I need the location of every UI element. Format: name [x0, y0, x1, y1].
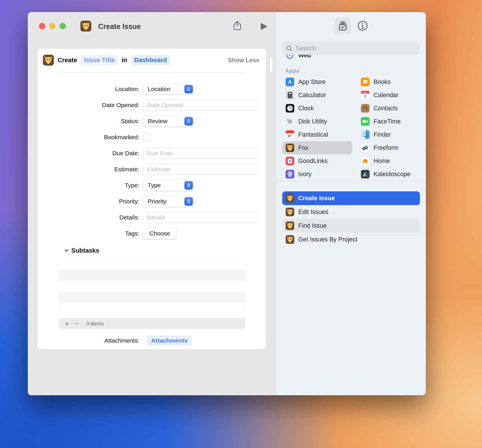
due-date-input[interactable] [143, 148, 259, 159]
app-name: GoodLinks [298, 158, 328, 165]
sidebar-item-calendar[interactable]: DEC2Calendar [357, 89, 420, 102]
search-input[interactable] [295, 44, 416, 52]
action-library-tab[interactable] [334, 17, 351, 34]
sidebar-item-finder[interactable]: Finder [357, 128, 420, 141]
app-name: Kaleidoscope [374, 171, 410, 178]
form-row-priority: Priority:Priority [37, 196, 266, 207]
subtask-empty-row [59, 303, 245, 314]
field-label: Type: [37, 182, 143, 189]
sidebar-item-disk-utility[interactable]: Disk Utility [282, 115, 352, 128]
kaleidoscope-icon [361, 170, 370, 178]
web-icon [286, 55, 294, 60]
app-name: Clock [298, 105, 314, 112]
sidebar-item-goodlinks[interactable]: GoodLinks [282, 154, 352, 168]
fox-icon [286, 235, 294, 244]
review-dropdown[interactable]: Review [143, 116, 194, 127]
stepper-chevrons-icon [184, 85, 193, 93]
create-issue-action-card: Create Issue Title in Dashboard Show Les… [37, 49, 266, 349]
contacts-icon [361, 104, 370, 113]
sidebar-item-fantastical[interactable]: Fantastical [282, 128, 352, 141]
field-label: Estimate: [37, 166, 143, 173]
apps-section-header: Apps [285, 68, 299, 74]
fox-icon [286, 194, 294, 203]
field-label: Status: [37, 118, 143, 125]
subtask-empty-row [59, 270, 245, 281]
show-less-button[interactable]: Show Less [228, 57, 259, 64]
fox-action-icon [43, 55, 54, 66]
clock-icon [286, 104, 294, 113]
close-button[interactable] [39, 23, 45, 29]
footer-divider [82, 320, 82, 327]
action-item-edit-issues[interactable]: Edit Issues [282, 205, 420, 219]
sidebar-item-contacts[interactable]: Contacts [357, 102, 420, 115]
bookmarked-checkbox[interactable] [143, 133, 151, 141]
sidebar-item-app-store[interactable]: App Store [282, 75, 352, 89]
share-icon[interactable] [232, 20, 243, 31]
sidebar-item-calculator[interactable]: Calculator [282, 89, 352, 102]
fox-actions-list: Create IssueEdit IssuesFind IssueGet Iss… [282, 191, 420, 246]
fox-icon [286, 144, 294, 152]
action-item-get-issues-by-project[interactable]: Get Issues By Project [282, 233, 420, 246]
field-label: Priority: [37, 198, 143, 205]
app-name: Finder [374, 131, 391, 138]
app-name: Freeform [374, 144, 398, 152]
minimize-button[interactable] [49, 23, 56, 29]
app-name: Ivory [298, 171, 312, 178]
add-subtask-button[interactable]: + [62, 319, 72, 329]
type-dropdown[interactable]: Type [143, 180, 194, 191]
search-field[interactable] [282, 42, 420, 55]
subtask-empty-row [59, 292, 245, 303]
issue-title-parameter[interactable]: Issue Title [81, 55, 118, 65]
location-dropdown[interactable]: Location [143, 84, 194, 95]
sidebar-item-books[interactable]: Books [357, 75, 420, 89]
sidebar-item-fox[interactable]: Fox [282, 141, 352, 154]
dashboard-parameter[interactable]: Dashboard [131, 55, 170, 65]
zoom-button[interactable] [60, 23, 66, 29]
editor-scrollbar[interactable] [270, 57, 273, 72]
facetime-icon [361, 117, 370, 126]
action-name: Edit Issues [298, 209, 328, 216]
shortcut-editor-pane: Create Issue Create Issue Title in Dashb… [28, 12, 276, 395]
info-tab[interactable] [357, 20, 368, 32]
sidebar-item-kaleidoscope[interactable]: Kaleidoscope [357, 168, 420, 181]
dropdown-value: Review [143, 118, 184, 125]
estimate-input[interactable] [143, 164, 259, 175]
sidebar-item-facetime[interactable]: FaceTime [357, 115, 420, 128]
action-name: Get Issues By Project [298, 236, 357, 243]
app-name: Contacts [374, 105, 398, 112]
action-connector: in [122, 56, 127, 64]
remove-subtask-button[interactable]: − [72, 319, 82, 329]
sidebar-item-freeform[interactable]: Freeform [357, 141, 420, 154]
sidebar-item-ivory[interactable]: Ivory [282, 168, 352, 181]
run-shortcut-icon[interactable] [259, 22, 269, 31]
action-item-create-issue[interactable]: Create Issue [282, 191, 420, 205]
details-input[interactable] [143, 212, 259, 223]
fantastical-icon [286, 130, 294, 139]
subtasks-disclosure[interactable]: Subtasks [64, 247, 99, 254]
form-row-location: Location:Location [37, 84, 266, 95]
action-item-find-issue[interactable]: Find Issue [282, 219, 420, 233]
field-label: Due Date: [37, 150, 143, 157]
form-row-status: Status:Review [37, 116, 266, 127]
books-icon [361, 78, 370, 86]
home-icon [361, 157, 370, 165]
fox-icon [286, 221, 294, 230]
sidebar-item-home[interactable]: Home [357, 154, 420, 168]
subtasks-count: 0 items [86, 321, 104, 327]
sidebar-item-clock[interactable]: Clock [282, 102, 352, 115]
subtasks-table[interactable]: + − 0 items [59, 259, 245, 329]
action-name: Create Issue [298, 195, 335, 202]
choose-button[interactable]: Choose [143, 228, 176, 239]
date-opened-input[interactable] [143, 100, 259, 111]
app-name: Web [298, 55, 311, 59]
apps-grid: App StoreCalculatorClockDisk UtilityFant… [282, 75, 420, 181]
priority-dropdown[interactable]: Priority [143, 196, 194, 207]
subtasks-title: Subtasks [71, 247, 99, 254]
freeform-icon [361, 144, 370, 152]
sidebar-item-web[interactable]: Web [282, 55, 420, 62]
info-icon [357, 20, 368, 32]
ivory-icon [286, 170, 294, 178]
apps-column-left: App StoreCalculatorClockDisk UtilityFant… [282, 75, 352, 181]
field-label: Tags: [37, 230, 143, 237]
attachments-parameter[interactable]: Attachments [147, 335, 192, 346]
